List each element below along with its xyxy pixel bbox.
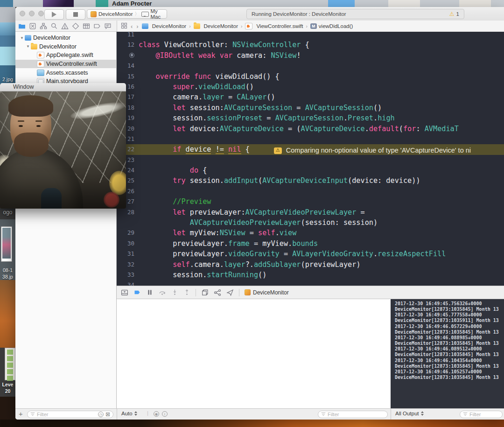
code-line-24[interactable]: 24 do { xyxy=(117,165,504,175)
debug-navigator-icon[interactable] xyxy=(83,22,90,30)
code-line-31[interactable]: 31 previewLayer.videoGravity = AVLayerVi… xyxy=(117,249,504,259)
photo-thumbnail[interactable] xyxy=(1,226,12,262)
boxed-x-icon[interactable]: ⊠ xyxy=(105,411,110,418)
jumpbar-label: viewDidLoad() xyxy=(319,23,353,29)
related-items-icon[interactable] xyxy=(121,22,127,30)
code-line-13[interactable]: @IBOutlet weak var camera: NSView! xyxy=(117,50,504,61)
run-button[interactable] xyxy=(44,9,64,20)
inline-warning-annotation[interactable]: ⚠Comparing non-optional value of type 'A… xyxy=(274,145,471,155)
code-line-14[interactable]: 14 xyxy=(117,61,504,71)
code-line-28[interactable]: 28 let previewLayer:AVCaptureVideoPrevie… xyxy=(117,207,504,217)
file-row-assets-xcassets[interactable]: Assets.xcassets xyxy=(15,68,116,77)
zoom-traffic-light[interactable] xyxy=(38,11,44,16)
code-line-29[interactable]: 29 let myView:NSView = self.view xyxy=(117,228,504,238)
memory-graph-icon[interactable] xyxy=(214,289,221,296)
code-line-23[interactable]: 23 xyxy=(117,155,504,165)
run-destination: My Mac xyxy=(151,8,164,20)
jumpbar-item-viewdidload-[interactable]: MviewDidLoad() xyxy=(310,23,353,29)
code-line-11[interactable]: 11 xyxy=(117,32,504,40)
line-number: 30 xyxy=(117,238,139,249)
code-line-17[interactable]: 17 camera.layer = CALayer() xyxy=(117,92,504,102)
disclosure-triangle-icon[interactable]: ▼ xyxy=(25,44,31,49)
file-row-appdelegate-swift[interactable]: AppDelegate.swift xyxy=(15,51,116,60)
variables-view[interactable] xyxy=(117,299,391,408)
add-breakpoint-button[interactable]: + xyxy=(19,410,23,418)
code-line-18[interactable]: 18 let session:AVCaptureSession = AVCapt… xyxy=(117,103,504,113)
pause-icon[interactable] xyxy=(147,289,153,296)
file-label: DeviceMonitor xyxy=(33,35,70,41)
console-output[interactable]: 2017-12-30 16:49:45.756326+0000DeviceMon… xyxy=(391,299,504,408)
console-scope-dropdown[interactable]: All Output xyxy=(395,411,424,416)
back-button[interactable]: ‹ xyxy=(130,23,133,30)
jumpbar-item-devicemonitor[interactable]: DeviceMonitor xyxy=(142,23,187,29)
code-line-15[interactable]: 15 override func viewDidLoad() { xyxy=(117,71,504,82)
code-line-25[interactable]: 25 try session.addInput(AVCaptureDeviceI… xyxy=(117,175,504,186)
code-line-26[interactable]: 26 xyxy=(117,186,504,196)
file-label: Assets.xcassets xyxy=(46,70,88,76)
background-thumbnail xyxy=(459,0,491,7)
file-row-devicemonitor[interactable]: ▼DeviceMonitor xyxy=(15,42,116,51)
camera-preview-window[interactable]: Window xyxy=(0,83,126,209)
info-icon[interactable]: i xyxy=(162,411,168,417)
symbol-navigator-icon[interactable] xyxy=(40,22,47,30)
forward-button[interactable]: › xyxy=(136,23,139,30)
desktop-file-label[interactable]: 08-1 xyxy=(0,267,15,273)
project-navigator-icon[interactable] xyxy=(18,22,26,30)
breakpoint-filter-field[interactable]: Filter ◷ ⊠ xyxy=(27,411,113,418)
desktop-file-label[interactable]: 20 xyxy=(0,388,15,394)
code-line-20[interactable]: 20 let device:AVCaptureDevice = (AVCaptu… xyxy=(117,124,504,134)
view-debugger-icon[interactable] xyxy=(201,289,209,296)
quicklook-icon[interactable]: ◉ xyxy=(154,411,159,417)
console-filter-field[interactable]: Filter xyxy=(460,411,503,418)
code-line-33[interactable]: 33 session.startRunning() xyxy=(117,270,504,280)
hide-debug-area-icon[interactable] xyxy=(121,289,128,296)
code-line-32[interactable]: 32 self.camera.layer?.addSublayer(previe… xyxy=(117,259,504,270)
test-navigator-icon[interactable] xyxy=(72,22,79,30)
source-editor[interactable]: 1112class ViewController: NSViewControll… xyxy=(117,32,504,286)
source-control-navigator-icon[interactable] xyxy=(29,22,36,30)
code-line-34[interactable]: 34 xyxy=(117,280,504,286)
find-navigator-icon[interactable] xyxy=(50,22,58,30)
close-traffic-light[interactable] xyxy=(20,11,25,16)
filmstrip-thumbnail[interactable] xyxy=(5,348,15,380)
step-over-icon[interactable] xyxy=(158,289,166,296)
disclosure-triangle-icon[interactable]: ▼ xyxy=(19,36,25,40)
devicemonitor-app-icon xyxy=(91,11,97,17)
code-line-12[interactable]: 12class ViewController: NSViewController… xyxy=(117,40,504,50)
code-line-30[interactable]: 30 previewLayer.frame = myView.bounds xyxy=(117,238,504,249)
code-line-16[interactable]: 16 super.viewDidLoad() xyxy=(117,82,504,92)
chevron-icon: › xyxy=(306,24,308,29)
code-line-27[interactable]: 27 //Preview xyxy=(117,196,504,207)
file-row-devicemonitor[interactable]: ▼DeviceMonitor xyxy=(15,34,116,42)
issue-navigator-icon[interactable] xyxy=(61,22,69,30)
desktop-file-label[interactable]: Leve xyxy=(0,382,15,387)
code-line-wrap[interactable]: AVCaptureVideoPreviewLayer(session: sess… xyxy=(117,217,504,228)
filter-icon xyxy=(321,413,325,416)
minimize-traffic-light[interactable] xyxy=(29,11,35,16)
simulate-location-icon[interactable] xyxy=(226,289,234,296)
breakpoints-toggle-icon[interactable] xyxy=(133,289,141,296)
code-line-19[interactable]: 19 session.sessionPreset = AVCaptureSess… xyxy=(117,113,504,123)
debug-process[interactable]: DeviceMonitor xyxy=(245,289,289,296)
jumpbar-item-devicemonitor[interactable]: DeviceMonitor xyxy=(194,23,238,29)
step-into-icon[interactable] xyxy=(171,289,178,296)
scheme-selector[interactable]: DeviceMonitor 〉 My Mac xyxy=(87,9,167,19)
swift-file-icon xyxy=(245,23,252,29)
camera-window-titlebar[interactable]: Window xyxy=(0,83,126,91)
code-line-21[interactable]: 21 xyxy=(117,134,504,144)
recent-filter-icon[interactable]: ◷ xyxy=(98,412,104,417)
code-line-22[interactable]: 22 if device != nil {⚠Comparing non-opti… xyxy=(117,144,504,154)
desktop-file-label[interactable]: ogo xyxy=(0,209,15,216)
file-row-viewcontroller-swift[interactable]: ViewController.swift xyxy=(15,60,116,69)
step-out-icon[interactable] xyxy=(183,289,190,296)
stop-button[interactable] xyxy=(66,9,85,20)
desktop-file-label[interactable]: 38.jp xyxy=(0,274,15,280)
iboutlet-connector-icon[interactable] xyxy=(129,53,134,58)
activity-viewer[interactable]: Running DeviceMonitor : DeviceMonitor ⚠ … xyxy=(246,9,464,19)
breakpoint-navigator-icon[interactable] xyxy=(93,22,101,30)
variables-filter-field[interactable]: Filter xyxy=(318,411,388,418)
desktop-file-label[interactable]: 2.jpg xyxy=(0,77,15,82)
report-navigator-icon[interactable] xyxy=(104,22,112,30)
variables-scope-dropdown[interactable]: Auto xyxy=(121,411,138,416)
jumpbar-item-viewcontroller-swift[interactable]: ViewController.swift xyxy=(245,23,303,29)
